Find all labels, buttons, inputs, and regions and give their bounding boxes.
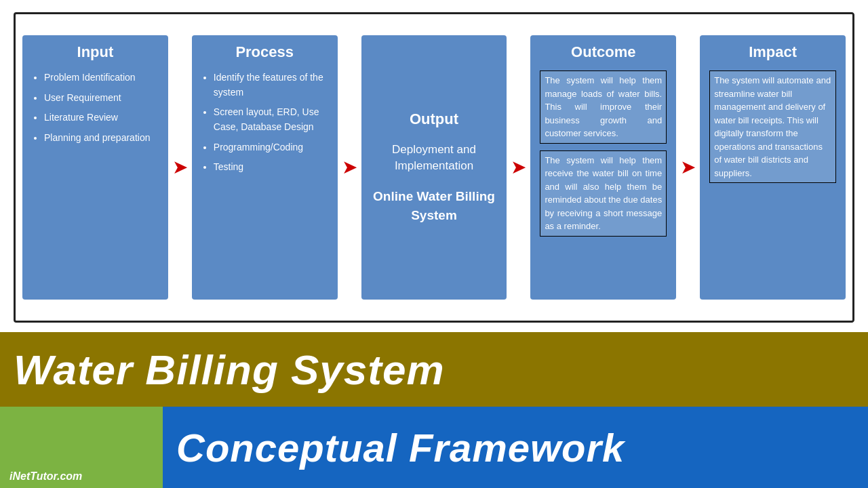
input-item-4: Planning and preparation bbox=[44, 131, 150, 146]
bottom-top-bar: Water Billing System bbox=[0, 332, 868, 407]
output-box: Output Deployment and Implementation Onl… bbox=[361, 35, 507, 300]
output-title: Output bbox=[371, 110, 498, 128]
green-stripe: iNetTutor.com bbox=[0, 407, 163, 488]
diagram-border: Input Problem Identification User Requir… bbox=[14, 12, 854, 323]
outcome-box: Outcome The system will help them manage… bbox=[530, 35, 676, 300]
arrow-2-icon: ➤ bbox=[342, 158, 357, 177]
impact-box: Impact The system will automate and stre… bbox=[700, 35, 846, 300]
process-item-2: Screen layout, ERD, Use Case, Database D… bbox=[214, 105, 328, 134]
process-title: Process bbox=[201, 43, 328, 61]
input-item-3: Literature Review bbox=[44, 110, 150, 125]
input-title: Input bbox=[32, 43, 159, 61]
input-item-1: Problem Identification bbox=[44, 70, 150, 85]
input-list: Problem Identification User Requirement … bbox=[32, 70, 150, 151]
outcome-paragraph-2: The system will help them receive the wa… bbox=[540, 150, 667, 237]
impact-title: Impact bbox=[709, 43, 836, 61]
output-line2: Online Water Billing System bbox=[371, 187, 498, 224]
outcome-title: Outcome bbox=[540, 43, 667, 61]
arrow-2: ➤ bbox=[338, 158, 361, 177]
input-box: Input Problem Identification User Requir… bbox=[22, 35, 168, 300]
arrow-1: ➤ bbox=[168, 158, 192, 177]
arrow-1-icon: ➤ bbox=[172, 158, 188, 177]
arrow-4-icon: ➤ bbox=[680, 158, 696, 177]
process-box: Process Identify the features of the sys… bbox=[192, 35, 338, 300]
bottom-area: Water Billing System Conceptual Framewor… bbox=[0, 332, 868, 488]
process-item-3: Programming/Coding bbox=[214, 140, 328, 155]
process-item-4: Testing bbox=[214, 160, 328, 175]
arrow-3: ➤ bbox=[507, 158, 530, 177]
arrow-3-icon: ➤ bbox=[511, 158, 526, 177]
output-line1: Deployment and Implementation bbox=[371, 142, 498, 175]
diagram-area: Input Problem Identification User Requir… bbox=[0, 0, 868, 332]
arrow-4: ➤ bbox=[676, 158, 700, 177]
bottom-title: Water Billing System bbox=[14, 346, 445, 394]
outcome-paragraph-1: The system will help them manage loads o… bbox=[540, 70, 667, 144]
process-list: Identify the features of the system Scre… bbox=[201, 70, 328, 180]
input-item-2: User Requirement bbox=[44, 91, 150, 106]
impact-text: The system will automate and streamline … bbox=[709, 70, 836, 183]
brand-label: iNetTutor.com bbox=[9, 470, 82, 483]
bottom-subtitle: Conceptual Framework bbox=[176, 425, 625, 470]
process-item-1: Identify the features of the system bbox=[214, 70, 328, 100]
